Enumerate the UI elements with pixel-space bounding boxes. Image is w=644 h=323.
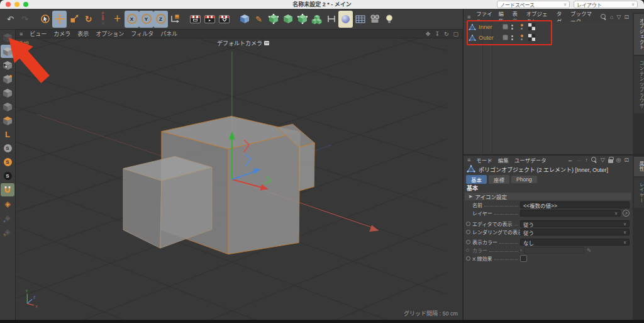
path-icon[interactable]: ⌂: [610, 14, 613, 20]
scale-tool-icon[interactable]: [67, 11, 81, 28]
render-view-icon[interactable]: [188, 11, 203, 28]
nodespace-dropdown[interactable]: ノードスペース∨: [497, 1, 570, 8]
visibility-dots-icon[interactable]: [511, 35, 513, 40]
forward-arrow-icon[interactable]: →: [576, 157, 582, 163]
layer-pick-button[interactable]: ↗: [623, 210, 630, 217]
layer-dropdown[interactable]: ∨: [520, 210, 621, 217]
workplane-mode-icon[interactable]: [1, 72, 14, 86]
spacing-icon[interactable]: [324, 11, 338, 28]
keyframe-circle-icon[interactable]: [466, 256, 470, 261]
subdivision-surface-icon[interactable]: [266, 11, 280, 28]
display-color-dropdown[interactable]: なし∨: [520, 239, 630, 246]
y-axis-lock-button[interactable]: Y: [139, 11, 153, 28]
search-icon[interactable]: [601, 14, 607, 20]
viewport-canvas[interactable]: Y X Z 透視 デフォルトカメラ グリッド間隔 : 50 cm: [16, 38, 462, 320]
object-name[interactable]: Inner: [479, 23, 500, 30]
viewport-menu-filter[interactable]: フィルタ: [131, 30, 153, 38]
camera-label[interactable]: デフォルトカメラ: [217, 39, 269, 47]
edges-mode-icon[interactable]: [1, 100, 14, 113]
render-settings-icon[interactable]: [217, 11, 231, 28]
add-cube-icon[interactable]: [237, 11, 252, 28]
name-input[interactable]: <<複数の値>>: [520, 201, 630, 208]
snap-magnet-icon[interactable]: [1, 183, 14, 196]
snap-2d-icon[interactable]: S: [1, 156, 14, 169]
field-plane-icon[interactable]: [353, 11, 367, 28]
object-name[interactable]: Outer: [479, 34, 500, 41]
zoom-window-button[interactable]: [23, 2, 28, 7]
rotate-view-icon[interactable]: ↻: [444, 31, 449, 37]
axis-modify-icon[interactable]: ＋: [110, 11, 125, 28]
uvw-tag-icon[interactable]: [528, 34, 535, 41]
make-editable-icon[interactable]: [1, 31, 14, 44]
editor-visibility-dropdown[interactable]: 従う∨: [520, 220, 630, 227]
snap-3d-icon[interactable]: S: [1, 169, 14, 183]
object-row-inner[interactable]: Inner: [464, 21, 633, 32]
am-menu-userdata[interactable]: ユーザデータ: [514, 156, 547, 164]
snap-off-icon[interactable]: S: [1, 142, 14, 155]
layout-dropdown[interactable]: レイアウト∨: [574, 1, 638, 8]
keyframe-circle-icon[interactable]: [466, 240, 470, 244]
filter-icon[interactable]: ▽: [617, 14, 621, 20]
attribute-tab-Phong[interactable]: Phong: [511, 176, 537, 183]
flag-icon[interactable]: ⊡: [624, 157, 629, 163]
minimize-window-button[interactable]: [14, 2, 19, 7]
viewport-menu-panel[interactable]: パネル: [160, 30, 177, 38]
quantize-icon[interactable]: ◈: [1, 197, 14, 210]
viewport-menu-options[interactable]: オプション: [96, 30, 124, 38]
viewport-menu-display[interactable]: 表示: [77, 30, 89, 38]
psr-keys-icon[interactable]: PSR○: [96, 11, 110, 28]
render-visibility-dropdown[interactable]: 従う∨: [520, 229, 630, 235]
uvw-tag-icon[interactable]: [528, 23, 535, 30]
pan-view-icon[interactable]: ✥: [426, 31, 431, 37]
attribute-tab-座標[interactable]: 座標: [489, 175, 509, 184]
enable-toggle-icon[interactable]: [502, 24, 508, 30]
texture-mode-icon[interactable]: [1, 59, 14, 72]
flag-icon[interactable]: ⊡: [624, 14, 629, 20]
back-arrow-icon[interactable]: ←: [567, 157, 573, 163]
lock-icon[interactable]: [608, 159, 613, 163]
z-axis-lock-button[interactable]: Z: [153, 11, 168, 28]
live-selection-icon[interactable]: [38, 11, 52, 28]
light-icon[interactable]: [382, 11, 396, 28]
icon-settings-row[interactable]: ▶ アイコン設定: [465, 193, 631, 200]
viewport-menu-camera[interactable]: カメラ: [53, 30, 70, 38]
interaction-dots-icon[interactable]: [521, 24, 523, 30]
xray-checkbox[interactable]: [520, 255, 527, 262]
workplane-lock-icon[interactable]: ◈■: [1, 211, 14, 224]
side-tab-attributes[interactable]: 属性: [634, 157, 644, 176]
am-menu-mode[interactable]: モード: [476, 156, 492, 164]
keyframe-circle-icon[interactable]: [466, 230, 470, 234]
enable-toggle-icon[interactable]: [502, 35, 508, 40]
filter-icon[interactable]: ▽: [601, 157, 605, 163]
menu-icon[interactable]: ≡: [19, 31, 23, 37]
am-menu-edit[interactable]: 編集: [498, 156, 509, 164]
visibility-dots-icon[interactable]: [511, 25, 513, 30]
redo-icon[interactable]: ↷: [18, 11, 32, 28]
workplane-icon[interactable]: L: [1, 128, 14, 141]
generator-icon[interactable]: [280, 11, 295, 28]
keyframe-circle-icon[interactable]: [466, 222, 470, 226]
render-picture-viewer-icon[interactable]: ▸: [203, 11, 217, 28]
points-mode-icon[interactable]: [1, 86, 14, 99]
coordinate-system-icon[interactable]: [168, 11, 182, 28]
mograph-cloner-icon[interactable]: [309, 11, 324, 28]
viewport-menu-view[interactable]: ビュー: [30, 30, 47, 38]
polygons-mode-icon[interactable]: [1, 114, 14, 127]
undo-icon[interactable]: ↶: [3, 11, 18, 28]
target-icon[interactable]: ◎: [616, 157, 621, 163]
side-tab-objects[interactable]: オブジェクト: [634, 14, 644, 55]
interaction-dots-icon[interactable]: [521, 35, 523, 40]
volume-builder-icon[interactable]: [338, 11, 353, 28]
side-tab-content-browser[interactable]: コンテンツブラウザ: [634, 56, 644, 113]
model-mode-icon[interactable]: [1, 45, 14, 58]
attribute-tab-基本[interactable]: 基本: [466, 175, 487, 184]
close-window-button[interactable]: [6, 2, 11, 7]
inner-cube-object[interactable]: [123, 156, 212, 248]
x-axis-lock-button[interactable]: X: [125, 11, 139, 28]
deformer-icon[interactable]: [295, 11, 309, 28]
side-tab-layers[interactable]: レイヤー: [634, 178, 644, 208]
maximize-view-icon[interactable]: ▢: [453, 31, 458, 37]
object-row-outer[interactable]: Outer: [464, 32, 633, 43]
search-icon[interactable]: [591, 157, 597, 163]
menu-icon[interactable]: ≡: [467, 157, 470, 163]
